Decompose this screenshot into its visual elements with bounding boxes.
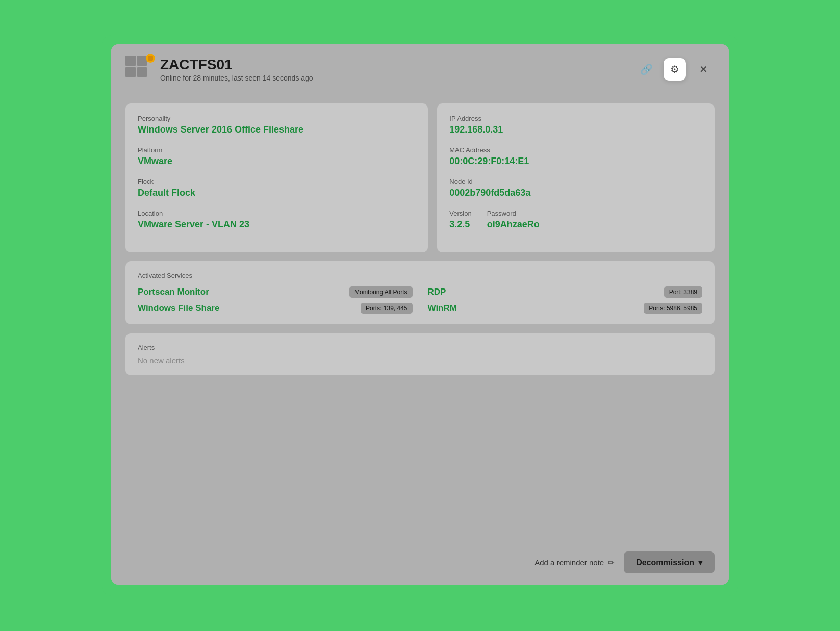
password-value: oi9AhzaeRo — [487, 219, 540, 230]
reminder-label: Add a reminder note — [534, 558, 604, 567]
password-label: Password — [487, 209, 540, 217]
service-badge-rdp: Port: 3389 — [664, 286, 702, 298]
settings-button[interactable]: ⚙ — [664, 58, 686, 81]
gear-icon: ⚙ — [670, 63, 679, 75]
service-badge-fileshare: Ports: 139, 445 — [361, 303, 412, 314]
link-button[interactable]: 🔗 — [635, 58, 657, 81]
flock-group: Flock Default Flock — [138, 178, 416, 198]
node-label: Node Id — [449, 178, 702, 186]
close-icon: ✕ — [699, 63, 708, 75]
service-name-fileshare: Windows File Share — [138, 303, 219, 313]
outer-container: ZACTFS01 Online for 28 minutes, last see… — [102, 35, 738, 596]
app-logo — [125, 56, 153, 83]
close-button[interactable]: ✕ — [692, 58, 715, 81]
decommission-label: Decommission — [636, 558, 694, 567]
service-row-rdp: RDP Port: 3389 — [428, 286, 703, 298]
personality-value: Windows Server 2016 Office Fileshare — [138, 124, 416, 135]
badge-inner — [148, 56, 153, 61]
password-group: Password oi9AhzaeRo — [487, 209, 540, 241]
windows-logo-icon — [125, 56, 147, 77]
platform-label: Platform — [138, 146, 416, 154]
node-value: 0002b790fd5da63a — [449, 188, 702, 198]
decommission-button[interactable]: Decommission ▾ — [624, 551, 715, 573]
platform-group: Platform VMware — [138, 146, 416, 167]
version-group: Version 3.2.5 — [449, 209, 471, 230]
info-row: Personality Windows Server 2016 Office F… — [125, 103, 715, 252]
version-password-row: Version 3.2.5 Password oi9AhzaeRo — [449, 209, 702, 241]
main-content: Personality Windows Server 2016 Office F… — [111, 92, 729, 543]
alerts-title: Alerts — [138, 344, 702, 351]
services-title: Activated Services — [138, 272, 702, 279]
header: ZACTFS01 Online for 28 minutes, last see… — [111, 44, 729, 92]
location-group: Location VMware Server - VLAN 23 — [138, 209, 416, 230]
modal: ZACTFS01 Online for 28 minutes, last see… — [111, 44, 729, 585]
mac-label: MAC Address — [449, 146, 702, 154]
header-actions: 🔗 ⚙ ✕ — [635, 58, 715, 81]
right-info-card: IP Address 192.168.0.31 MAC Address 00:0… — [437, 103, 715, 252]
location-value: VMware Server - VLAN 23 — [138, 219, 416, 230]
footer: Add a reminder note ✏ Decommission ▾ — [111, 543, 729, 585]
mac-value: 00:0C:29:F0:14:E1 — [449, 156, 702, 167]
alerts-card: Alerts No new alerts — [125, 333, 715, 375]
services-grid: Portscan Monitor Monitoring All Ports RD… — [138, 286, 702, 314]
service-row-portscan: Portscan Monitor Monitoring All Ports — [138, 286, 413, 298]
service-name-portscan: Portscan Monitor — [138, 287, 209, 297]
location-label: Location — [138, 209, 416, 217]
logo-badge — [146, 54, 155, 63]
chevron-down-icon: ▾ — [698, 558, 702, 567]
link-icon: 🔗 — [640, 63, 653, 75]
pencil-icon: ✏ — [608, 558, 615, 567]
personality-group: Personality Windows Server 2016 Office F… — [138, 115, 416, 135]
ip-value: 192.168.0.31 — [449, 124, 702, 135]
mac-group: MAC Address 00:0C:29:F0:14:E1 — [449, 146, 702, 167]
flock-label: Flock — [138, 178, 416, 186]
version-label: Version — [449, 209, 471, 217]
host-subtitle: Online for 28 minutes, last seen 14 seco… — [160, 74, 313, 82]
host-info: ZACTFS01 Online for 28 minutes, last see… — [160, 57, 313, 82]
alerts-value: No new alerts — [138, 356, 702, 365]
hostname: ZACTFS01 — [160, 57, 313, 73]
service-badge-winrm: Ports: 5986, 5985 — [644, 303, 702, 314]
service-name-winrm: WinRM — [428, 303, 457, 313]
version-value: 3.2.5 — [449, 219, 471, 230]
ip-group: IP Address 192.168.0.31 — [449, 115, 702, 135]
reminder-button[interactable]: Add a reminder note ✏ — [534, 558, 615, 567]
flock-value: Default Flock — [138, 188, 416, 198]
logo-area: ZACTFS01 Online for 28 minutes, last see… — [125, 56, 635, 83]
left-info-card: Personality Windows Server 2016 Office F… — [125, 103, 428, 252]
services-card: Activated Services Portscan Monitor Moni… — [125, 261, 715, 324]
service-badge-portscan: Monitoring All Ports — [349, 286, 412, 298]
personality-label: Personality — [138, 115, 416, 122]
service-row-winrm: WinRM Ports: 5986, 5985 — [428, 303, 703, 314]
service-row-fileshare: Windows File Share Ports: 139, 445 — [138, 303, 413, 314]
node-group: Node Id 0002b790fd5da63a — [449, 178, 702, 198]
ip-label: IP Address — [449, 115, 702, 122]
platform-value: VMware — [138, 156, 416, 167]
service-name-rdp: RDP — [428, 287, 446, 297]
